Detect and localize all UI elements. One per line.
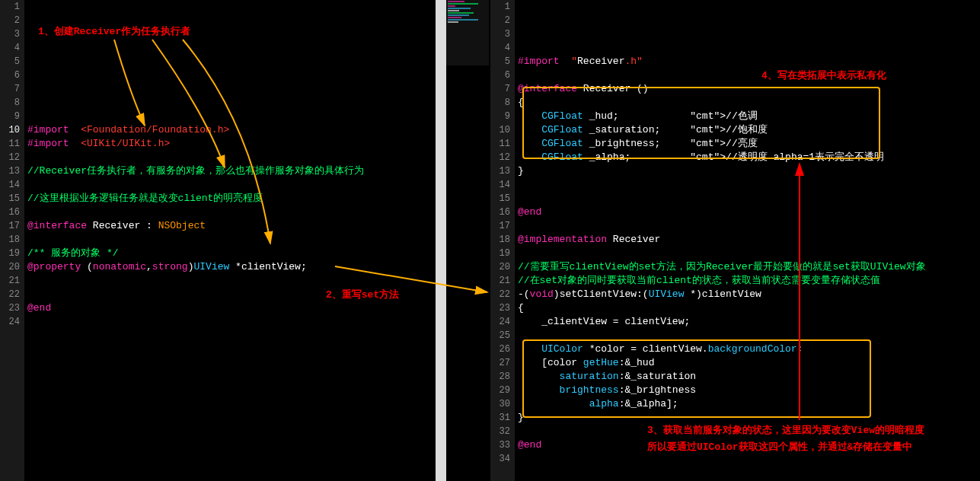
annotation-4: 4、写在类拓展中表示私有化 [761,68,886,82]
left-editor-pane: 123456789101112131415161718192021222324 … [0,0,436,481]
right-code[interactable]: #import "Receiver.h" @interface Receiver… [515,0,980,481]
annotation-1: 1、创建Receiver作为任务执行者 [38,24,190,38]
annotation-3a: 3、获取当前服务对象的状态，这里因为要改变View的明暗程度 [647,423,924,437]
left-code[interactable]: #import <Foundation/Foundation.h>#import… [24,0,436,481]
left-gutter: 123456789101112131415161718192021222324 [0,0,24,481]
minimap[interactable] [446,0,489,65]
right-gutter: 1234567891011121314151617181920212223242… [490,0,515,481]
pane-divider[interactable] [436,0,446,481]
annotation-3b: 所以要通过UIColor获取这四个属性，并通过&存储在变量中 [647,440,912,454]
annotation-2: 2、重写set方法 [326,288,399,301]
right-editor-pane: 1234567891011121314151617181920212223242… [490,0,980,481]
